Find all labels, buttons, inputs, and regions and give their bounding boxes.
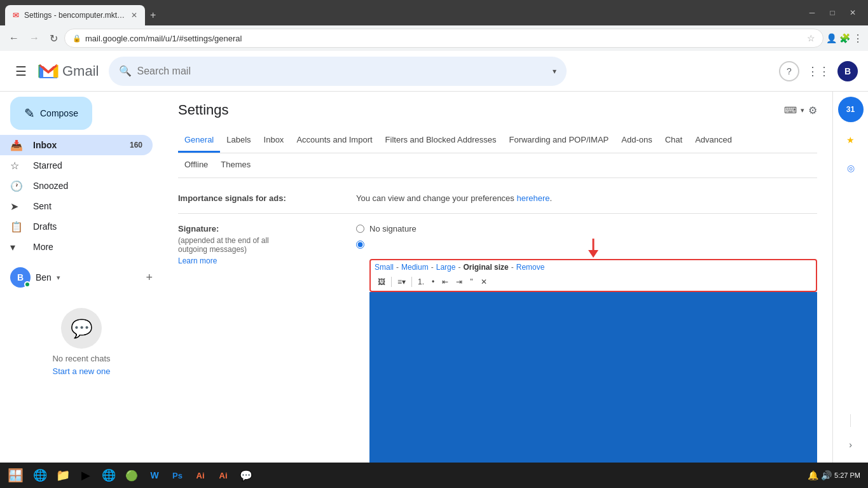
start-new-chat-link[interactable]: Start a new one bbox=[52, 366, 110, 376]
signature-content-area[interactable] bbox=[369, 292, 817, 463]
compose-button[interactable]: ✎ Compose bbox=[10, 97, 92, 130]
tab-chat[interactable]: Chat bbox=[659, 129, 689, 153]
taskbar-icon-chrome[interactable]: 🌐 bbox=[97, 464, 120, 487]
font-size-large-link[interactable]: Large bbox=[436, 263, 456, 272]
font-size-sep2: - bbox=[431, 263, 434, 272]
toolbar-clear-button[interactable]: ✕ bbox=[478, 275, 490, 288]
extensions-button[interactable]: 🧩 bbox=[839, 33, 850, 43]
sidebar-item-drafts[interactable]: 📋 Drafts bbox=[0, 216, 153, 237]
tab-general[interactable]: General bbox=[178, 129, 220, 153]
tab-add-ons[interactable]: Add-ons bbox=[615, 129, 658, 153]
tab-offline[interactable]: Offline bbox=[178, 153, 214, 178]
new-tab-button[interactable]: + bbox=[145, 5, 161, 25]
font-size-small-link[interactable]: Small bbox=[375, 263, 394, 272]
tab-inbox[interactable]: Inbox bbox=[258, 129, 291, 153]
sent-label: Sent bbox=[33, 201, 142, 211]
taskbar-icon-ie[interactable]: 🌐 bbox=[29, 464, 52, 487]
compose-label: Compose bbox=[40, 108, 78, 118]
address-bar[interactable]: 🔒 mail.google.com/mail/u/1/#settings/gen… bbox=[64, 29, 823, 48]
taskbar: 🪟 🌐 📁 ▶ 🌐 🟢 W Ps Ai Ai 💬 🔔 🔊 5:27 PM bbox=[0, 463, 868, 488]
font-size-remove-link[interactable]: Remove bbox=[516, 263, 545, 272]
active-tab[interactable]: ✉ Settings - bencomputer.mkt@gm ✕ bbox=[5, 5, 145, 25]
toolbar-ul-button[interactable]: • bbox=[429, 275, 437, 288]
help-button[interactable]: ? bbox=[779, 61, 799, 81]
account-avatar-button[interactable]: B bbox=[837, 61, 858, 81]
tab-labels[interactable]: Labels bbox=[220, 129, 257, 153]
toolbar-indent-left-button[interactable]: ⇤ bbox=[439, 275, 451, 288]
tasks-icon-button[interactable]: ★ bbox=[838, 127, 864, 153]
toolbar-ol-button[interactable]: 1. bbox=[415, 275, 427, 288]
signature-row: Signature: (appended at the end of all o… bbox=[178, 214, 817, 463]
forward-button[interactable]: → bbox=[25, 29, 43, 48]
starred-label: Starred bbox=[33, 160, 142, 171]
importance-link-text[interactable]: here bbox=[534, 193, 550, 203]
tab-filters-and-blocked-addresses[interactable]: Filters and Blocked Addresses bbox=[379, 129, 503, 153]
user-profile-button[interactable]: 👤 bbox=[826, 33, 837, 43]
close-button[interactable]: ✕ bbox=[843, 3, 863, 23]
importance-period: . bbox=[550, 193, 553, 203]
apps-button[interactable]: ⋮⋮ bbox=[802, 59, 835, 83]
keyboard-icon: ⌨ bbox=[784, 105, 797, 115]
contacts-icon-button[interactable]: ◎ bbox=[838, 155, 864, 181]
settings-tabs-row2: Offline Themes bbox=[178, 153, 817, 178]
back-button[interactable]: ← bbox=[5, 29, 23, 48]
toolbar-image-button[interactable]: 🖼 bbox=[375, 275, 389, 288]
gmail-logo: Gmail bbox=[37, 60, 99, 83]
toolbar-quote-button[interactable]: " bbox=[467, 275, 476, 288]
signature-editor-radio[interactable] bbox=[356, 241, 364, 249]
taskbar-icon-ps[interactable]: Ps bbox=[166, 464, 189, 487]
page-title: Settings bbox=[178, 102, 229, 118]
taskbar-icon-app1[interactable]: 🟢 bbox=[120, 464, 143, 487]
inbox-label: Inbox bbox=[33, 140, 130, 150]
right-sidebar: 31 ★ ◎ › bbox=[832, 92, 868, 463]
taskbar-icon-word[interactable]: W bbox=[143, 464, 166, 487]
drafts-icon: 📋 bbox=[10, 221, 25, 233]
menu-button[interactable]: ⋮ bbox=[853, 32, 863, 45]
tab-close-icon[interactable]: ✕ bbox=[131, 11, 137, 20]
account-name: Ben bbox=[36, 272, 52, 282]
address-text: mail.google.com/mail/u/1/#settings/gener… bbox=[85, 34, 803, 43]
maximize-button[interactable]: □ bbox=[822, 3, 843, 23]
add-account-button[interactable]: + bbox=[146, 271, 153, 284]
importance-link[interactable]: here bbox=[516, 193, 533, 203]
taskbar-icon-folder[interactable]: 📁 bbox=[52, 464, 74, 487]
hamburger-menu-button[interactable]: ☰ bbox=[10, 59, 32, 84]
taskbar-icon-ai2[interactable]: Ai bbox=[212, 464, 235, 487]
taskbar-icon-media[interactable]: ▶ bbox=[74, 464, 97, 487]
tab-forwarding-and-pop-imap[interactable]: Forwarding and POP/IMAP bbox=[502, 129, 615, 153]
settings-gear-icon[interactable]: ⚙ bbox=[808, 104, 817, 116]
start-button[interactable]: 🪟 bbox=[3, 465, 29, 485]
search-dropdown-button[interactable]: ▾ bbox=[553, 67, 556, 76]
font-size-medium-link[interactable]: Medium bbox=[401, 263, 429, 272]
no-signature-radio[interactable] bbox=[356, 225, 364, 233]
taskbar-icon-chat[interactable]: 💬 bbox=[235, 464, 258, 487]
tab-accounts-and-import[interactable]: Accounts and Import bbox=[290, 129, 378, 153]
snoozed-label: Snoozed bbox=[33, 181, 142, 191]
toolbar-indent-right-button[interactable]: ⇥ bbox=[453, 275, 465, 288]
toolbar-separator-1 bbox=[391, 277, 392, 287]
sidebar-item-sent[interactable]: ➤ Sent bbox=[0, 196, 153, 216]
chat-bubble-icon: 💬 bbox=[61, 308, 102, 349]
sidebar-item-inbox[interactable]: 📥 Inbox 160 bbox=[0, 135, 153, 155]
lock-icon: 🔒 bbox=[72, 34, 81, 43]
tab-themes[interactable]: Themes bbox=[214, 153, 257, 178]
sidebar-item-snoozed[interactable]: 🕐 Snoozed bbox=[0, 176, 153, 196]
account-dropdown-icon[interactable]: ▾ bbox=[57, 274, 60, 282]
toolbar-align-button[interactable]: ≡▾ bbox=[394, 275, 409, 288]
taskbar-icon-ai[interactable]: Ai bbox=[189, 464, 212, 487]
search-input[interactable] bbox=[137, 66, 548, 77]
signature-sub-text: (appended at the end of all outgoing mes… bbox=[178, 236, 356, 254]
sidebar-item-more[interactable]: ▾ More bbox=[0, 237, 163, 257]
star-icon[interactable]: ☆ bbox=[807, 33, 815, 43]
search-bar[interactable]: 🔍 ▾ bbox=[109, 57, 567, 86]
search-icon-button[interactable]: 🔍 bbox=[119, 65, 132, 77]
signature-label: Signature: bbox=[178, 224, 356, 234]
calendar-icon-button[interactable]: 31 bbox=[838, 97, 864, 122]
signature-learn-more-link[interactable]: Learn more bbox=[178, 256, 356, 265]
minimize-button[interactable]: ─ bbox=[802, 3, 822, 23]
sidebar-item-starred[interactable]: ☆ Starred bbox=[0, 155, 153, 176]
reload-button[interactable]: ↻ bbox=[46, 29, 62, 48]
right-sidebar-expand-button[interactable]: › bbox=[838, 432, 864, 457]
no-signature-label: No signature bbox=[369, 224, 417, 234]
tab-advanced[interactable]: Advanced bbox=[689, 129, 738, 153]
